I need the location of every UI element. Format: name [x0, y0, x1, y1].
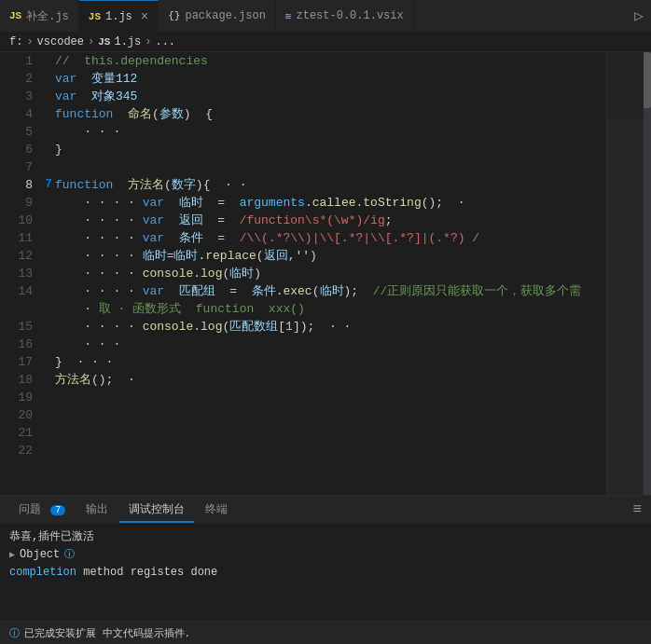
tab-label-pkg: package.json [185, 9, 265, 22]
code-line-6: } [55, 141, 606, 158]
ln-21: 21 [6, 424, 33, 442]
code-line-17: } · · · [55, 353, 606, 371]
g-14 [42, 282, 55, 300]
expand-arrow-icon: ▶ [9, 548, 15, 563]
ln-10: 10 [6, 212, 33, 229]
info-icon: ⓘ [9, 626, 20, 640]
code-content[interactable]: // this.dependencies var 变量112 var 对象345… [55, 52, 606, 495]
ln-8: 8 [6, 176, 33, 194]
gutter: 7 [42, 52, 55, 495]
ln-14: 14 [6, 282, 33, 300]
ln-17: 17 [6, 353, 33, 371]
ln-3: 3 [6, 88, 33, 105]
info-bar: ⓘ 已完成安装扩展 中文代码提示插件. [0, 621, 651, 644]
breadcrumb-ellipsis: ... [155, 35, 175, 48]
editor-area: 1 2 3 4 5 6 7 8 9 10 11 12 13 14 15 16 1… [0, 52, 651, 495]
ln-18: 18 [6, 371, 33, 389]
tab-vsix[interactable]: ≋ ztest-0.0.1.vsix [276, 0, 414, 33]
g-13 [42, 265, 55, 282]
breadcrumb-js-icon: JS [98, 36, 110, 48]
problems-label: 问题 [19, 503, 41, 516]
minimap[interactable] [606, 52, 651, 495]
code-line-4: function 命名(参数) { [55, 105, 606, 123]
g-19 [42, 389, 55, 406]
g-10 [42, 212, 55, 229]
info-circle-icon: ⓘ [64, 547, 75, 564]
ln-11: 11 [6, 229, 33, 247]
g-6 [42, 141, 55, 158]
panel-tabs: 问题 7 输出 调试控制台 终端 ≡ [0, 496, 651, 524]
panel: 问题 7 输出 调试控制台 终端 ≡ 恭喜,插件已激活 ▶ Object ⓘ c… [0, 495, 651, 644]
g-4 [42, 105, 55, 123]
g-12 [42, 247, 55, 265]
breadcrumb-vscodee[interactable]: vscodee [37, 35, 84, 48]
ln-2: 2 [6, 70, 33, 88]
code-line-16: · · · [55, 336, 606, 353]
tab-bar: JS 补全.js JS 1.js × {} package.json ≋ zte… [0, 0, 651, 33]
g-14b [42, 300, 55, 318]
ln-5: 5 [6, 123, 33, 141]
ln-20: 20 [6, 406, 33, 424]
js-icon: JS [9, 10, 21, 21]
ln-6: 6 [6, 141, 33, 158]
g-17 [42, 353, 55, 371]
g-2 [42, 70, 55, 88]
ln-16: 16 [6, 336, 33, 353]
breadcrumb-1js[interactable]: 1.js [114, 35, 141, 48]
g-3 [42, 88, 55, 105]
panel-object-row[interactable]: ▶ Object ⓘ [9, 546, 642, 564]
g-8: 7 [42, 176, 55, 194]
breadcrumb-f[interactable]: f: [9, 35, 22, 48]
panel-content: 恭喜,插件已激活 ▶ Object ⓘ completion method re… [0, 524, 651, 621]
panel-tab-terminal[interactable]: 终端 [196, 498, 237, 523]
panel-message-1: 恭喜,插件已激活 [9, 528, 642, 546]
output-label: 输出 [86, 503, 108, 516]
ln-1: 1 [6, 52, 33, 70]
g-1 [42, 52, 55, 70]
tab-label-vsix: ztest-0.0.1.vsix [296, 9, 403, 22]
code-line-14cont: · 取 · 函数形式 function xxx() [55, 300, 606, 318]
tab-label-1js: 1.js [105, 10, 132, 23]
g-22 [42, 442, 55, 459]
ln-7: 7 [6, 158, 33, 176]
panel-tab-debug-console[interactable]: 调试控制台 [119, 498, 194, 523]
code-line-10: · · · · var 返回 = /function\s*(\w*)/ig; [55, 212, 606, 229]
panel-tab-output[interactable]: 输出 [76, 498, 118, 523]
g-11 [42, 229, 55, 247]
code-line-2: var 变量112 [55, 70, 606, 88]
g-21 [42, 424, 55, 442]
code-line-21 [55, 424, 606, 442]
g-9 [42, 194, 55, 212]
ln-4: 4 [6, 105, 33, 123]
panel-menu-button[interactable]: ≡ [632, 501, 642, 518]
code-line-8: function 方法名(数字){ · · [55, 176, 606, 194]
ln-9: 9 [6, 194, 33, 212]
code-line-14: · · · · var 匹配组 = 条件.exec(临时); //正则原因只能获… [55, 282, 606, 300]
g-5 [42, 123, 55, 141]
g-16 [42, 336, 55, 353]
tab-pkg[interactable]: {} package.json [159, 0, 276, 33]
scroll-indicator [644, 52, 651, 495]
run-button[interactable]: ▷ [634, 7, 651, 25]
tab-label-bz: 补全.js [26, 8, 69, 24]
code-line-12: · · · · 临时=临时.replace(返回,'') [55, 247, 606, 265]
tab-close-button[interactable]: × [141, 10, 148, 23]
code-line-22 [55, 442, 606, 459]
scroll-thumb[interactable] [644, 52, 651, 108]
g-7 [42, 158, 55, 176]
info-bar-text: 已完成安装扩展 中文代码提示插件. [24, 626, 190, 640]
terminal-label: 终端 [205, 503, 228, 516]
code-line-18: 方法名(); · [55, 371, 606, 389]
code-line-7 [55, 158, 606, 176]
breadcrumb: f: › vscodee › JS 1.js › ... [0, 33, 651, 52]
ln-13: 13 [6, 265, 33, 282]
tab-1js[interactable]: JS 1.js × [79, 0, 159, 33]
tab-bz[interactable]: JS 补全.js [0, 0, 79, 33]
debug-console-label: 调试控制台 [129, 503, 185, 516]
object-label: Object [20, 546, 60, 564]
ln-14b [6, 300, 33, 318]
code-line-19 [55, 389, 606, 406]
ln-22: 22 [6, 442, 33, 459]
panel-tab-problems[interactable]: 问题 7 [9, 498, 75, 523]
g-20 [42, 406, 55, 424]
